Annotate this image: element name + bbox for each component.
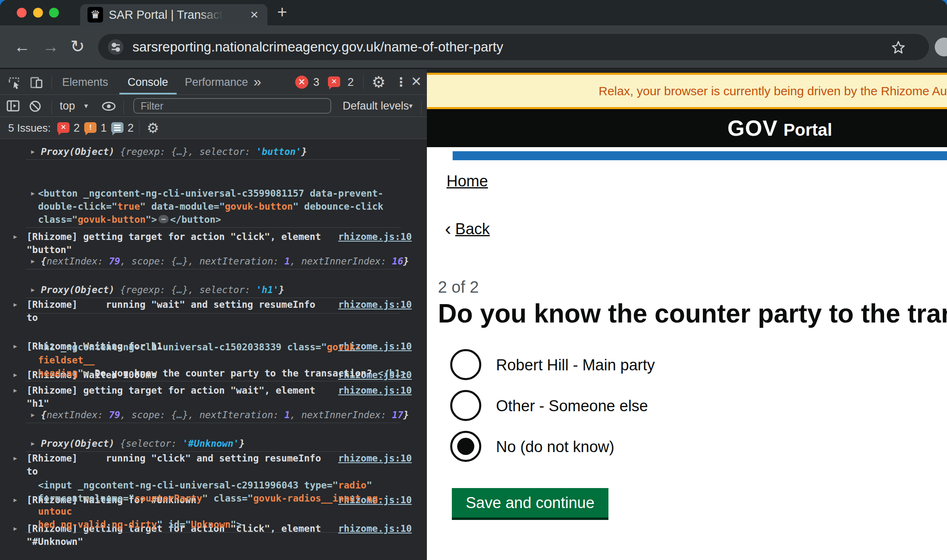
console-detail-row[interactable]: ▶{nextIndex: 79, scope: {…}, nextIterati… [0, 255, 427, 268]
reload-icon[interactable]: ↻ [70, 36, 85, 57]
devtools-close-icon[interactable]: × [408, 69, 424, 95]
expand-arrow-icon[interactable]: ▶ [31, 437, 35, 450]
clipped-console-row: rhizome.js:10▶[Rhizome] Waiting for butt… [0, 140, 427, 145]
radio-option-row: No (do not know) [450, 431, 939, 463]
console-text-segment: nextIndex: [47, 410, 109, 420]
clear-console-icon[interactable] [29, 100, 42, 113]
radio-button-2[interactable] [450, 390, 481, 421]
device-toolbar-icon[interactable] [29, 76, 43, 90]
issues-warning-badge-icon: ! [84, 122, 96, 133]
macos-fullscreen-button[interactable] [49, 8, 59, 18]
back-chevron-icon: ‹ [445, 218, 451, 239]
expand-arrow-icon[interactable]: ▶ [31, 283, 35, 296]
console-text-segment: nextIndex: [47, 256, 109, 267]
inspect-element-icon[interactable] [7, 76, 21, 90]
expand-arrow-icon[interactable]: ▶ [31, 255, 35, 268]
browser-tab[interactable]: ♛ SAR Portal | Transaction | Oth × [80, 4, 267, 25]
tab-close-icon[interactable]: × [247, 7, 262, 22]
console-error-badge-icon[interactable]: ✕ [295, 76, 308, 89]
crown-favicon-icon: ♛ [88, 7, 103, 22]
back-navigation: ‹Back [445, 217, 490, 240]
console-text-segment: , scope: {…}, nextIteration: [120, 256, 285, 267]
gov-portal-logo[interactable]: GOVPortal [727, 115, 832, 140]
devtools-panel: Elements Console Performance » ✕ 3 ✕ 2 ⚙… [0, 69, 427, 560]
context-selector[interactable]: top [60, 95, 75, 117]
divider [421, 101, 422, 114]
devtools-tab-bar: Elements Console Performance » ✕ 3 ✕ 2 ⚙… [0, 69, 427, 95]
console-text-segment: <h1 _ngcontent-ng-cli-universal-c1502038… [38, 342, 327, 352]
url-text[interactable]: sarsreporting.nationalcrimeagency.gov.uk… [132, 34, 503, 60]
back-link[interactable]: Back [455, 220, 489, 237]
console-log[interactable]: rhizome.js:10▶[Rhizome] Waiting for butt… [0, 139, 427, 560]
context-caret-icon[interactable]: ▾ [84, 95, 88, 117]
devtools-kebab-menu-icon[interactable]: ⋮ [395, 69, 405, 95]
console-text-segment: Proxy(Object) [41, 284, 114, 295]
macos-close-button[interactable] [17, 8, 27, 18]
radio-label[interactable]: Robert Hill - Main party [496, 349, 655, 381]
log-levels-caret-icon[interactable]: ▾ [409, 95, 413, 117]
address-bar[interactable]: sarsreporting.nationalcrimeagency.gov.uk… [98, 34, 929, 60]
issues-info-count: 2 [128, 117, 134, 139]
issues-bar[interactable]: 5 Issues: ✕ 2 ! 1 2 ⚙ [0, 117, 427, 139]
save-and-continue-button[interactable]: Save and continue [452, 488, 608, 517]
collapsed-content-icon[interactable]: ⋯ [159, 215, 168, 223]
automation-banner: Relax, your browser is currently being d… [427, 73, 947, 109]
console-detail-row[interactable]: <input _ngcontent-ng-cli-universal-c2911… [0, 479, 427, 531]
bookmark-star-icon[interactable] [891, 40, 906, 55]
tab-title: SAR Portal | Transaction | Oth [109, 4, 223, 25]
console-detail-row[interactable]: ▶<button _ngcontent-ng-cli-universal-c35… [0, 187, 427, 226]
issues-settings-gear-icon[interactable]: ⚙ [145, 117, 161, 139]
console-detail-row[interactable]: ▶Proxy(Object) {regexp: {…}, selector: '… [0, 145, 427, 158]
console-text-segment: , scope: {…}, nextIteration: [120, 410, 285, 420]
console-text-segment: {regexp: {…}, selector: [114, 146, 256, 157]
radio-label[interactable]: Other - Someone else [496, 390, 648, 422]
divider [363, 75, 364, 89]
radio-label[interactable]: No (do not know) [496, 431, 614, 463]
expand-arrow-icon[interactable]: ▶ [31, 187, 35, 200]
divider [123, 101, 124, 114]
site-settings-icon[interactable] [108, 39, 123, 55]
macos-minimize-button[interactable] [33, 8, 43, 18]
new-tab-button[interactable]: + [273, 3, 291, 21]
header-blue-bar [453, 151, 947, 160]
issues-flag-icon[interactable]: ✕ [328, 76, 340, 87]
radio-option-row: Other - Someone else [450, 390, 939, 422]
expand-arrow-icon[interactable]: ▶ [31, 408, 35, 421]
forward-icon[interactable]: → [43, 36, 59, 57]
active-tab-underline [119, 93, 177, 94]
browser-tab-strip: ♛ SAR Portal | Transaction | Oth × + [0, 0, 947, 25]
devtools-settings-gear-icon[interactable]: ⚙ [370, 69, 388, 95]
tab-elements[interactable]: Elements [62, 69, 108, 95]
tab-performance[interactable]: Performance [185, 69, 248, 95]
radio-button-3-selected[interactable] [450, 431, 481, 462]
console-text-segment: { [41, 410, 47, 420]
console-detail-row[interactable]: ▶Proxy(Object) {selector: '#Unknown'} [0, 437, 427, 450]
console-filter-input[interactable] [133, 98, 331, 114]
console-detail-row[interactable]: ▶{nextIndex: 79, scope: {…}, nextIterati… [0, 408, 427, 421]
divider [52, 101, 52, 114]
console-text-segment: </button> [170, 214, 221, 225]
console-text-segment: 79 [109, 256, 120, 267]
gov-header: GOVPortal [427, 109, 947, 147]
step-indicator: 2 of 2 [438, 278, 479, 296]
console-detail-row[interactable]: ▶Proxy(Object) {regexp: {…}, selector: '… [0, 283, 427, 296]
console-sidebar-toggle-icon[interactable] [7, 100, 20, 112]
profile-avatar[interactable] [935, 38, 947, 56]
console-text-segment: <input _ngcontent-ng-cli-universal-c2911… [38, 480, 338, 491]
expand-arrow-icon[interactable]: ▶ [31, 145, 35, 158]
more-tabs-icon[interactable]: » [254, 69, 261, 95]
live-expression-eye-icon[interactable] [101, 101, 116, 112]
divider [139, 121, 139, 135]
console-text-segment: Proxy(Object) [41, 146, 114, 157]
radio-button-1[interactable] [450, 349, 481, 380]
issues-error-badge-icon: ✕ [57, 122, 70, 133]
gov-portal-page: Relax, your browser is currently being d… [427, 69, 947, 560]
console-detail-row[interactable]: <h1 _ngcontent-ng-cli-universal-c1502038… [0, 340, 427, 380]
tab-console[interactable]: Console [128, 69, 168, 95]
browser-window: ♛ SAR Portal | Transaction | Oth × + ← →… [0, 0, 947, 560]
log-levels-selector[interactable]: Default levels [343, 95, 409, 117]
back-icon[interactable]: ← [14, 36, 30, 57]
console-text-segment: " data-module=" [140, 201, 225, 212]
home-link[interactable]: Home [447, 172, 488, 190]
console-log-entry: rhizome.js:10▶[Rhizome] running "click" … [0, 532, 427, 560]
